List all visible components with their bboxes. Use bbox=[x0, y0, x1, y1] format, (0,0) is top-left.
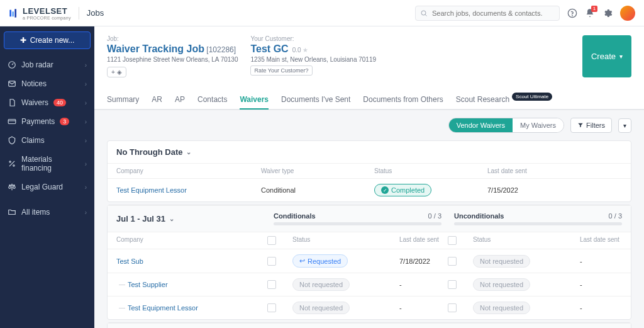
tab-waivers[interactable]: Waivers bbox=[240, 90, 269, 109]
sidebar-item-payments[interactable]: Payments 3 › bbox=[4, 112, 91, 131]
checkbox[interactable] bbox=[267, 236, 276, 245]
payments-badge: 3 bbox=[60, 118, 69, 125]
rate-customer-button[interactable]: Rate Your Customer? bbox=[250, 65, 312, 76]
section-jun: Jun 1 - Jun 30 › Conditionals1 / 3 Uncon… bbox=[107, 322, 631, 328]
shield-icon bbox=[8, 136, 16, 145]
help-icon[interactable] bbox=[567, 8, 577, 18]
status-badge: Not requested bbox=[292, 302, 350, 314]
sidebar-item-notices[interactable]: Notices› bbox=[4, 74, 91, 93]
gear-icon[interactable] bbox=[602, 8, 613, 18]
section-head-jul[interactable]: Jul 1 - Jul 31 ⌄ bbox=[116, 212, 261, 225]
table-head: Company Waiver type Status Last date sen… bbox=[108, 163, 631, 178]
job-title[interactable]: Waiver Tracking Job bbox=[107, 43, 204, 54]
search-icon bbox=[420, 9, 428, 17]
job-label: Job: bbox=[107, 35, 238, 42]
funnel-icon bbox=[577, 122, 584, 128]
avatar[interactable] bbox=[620, 6, 635, 21]
tabs: Summary AR AP Contacts Waivers Documents… bbox=[94, 82, 644, 110]
checkbox[interactable] bbox=[267, 303, 276, 312]
chevron-down-icon: ⌄ bbox=[169, 215, 174, 222]
bell-icon[interactable]: 1 bbox=[585, 8, 595, 18]
sidebar-item-claims[interactable]: Claims› bbox=[4, 131, 91, 150]
brand-sub: a PROCORE company bbox=[23, 16, 71, 20]
chevron-right-icon: › bbox=[85, 184, 87, 191]
company-link[interactable]: Test Equipment Lessor bbox=[116, 186, 261, 194]
status-badge: Completed bbox=[374, 184, 431, 196]
tab-contacts[interactable]: Contacts bbox=[197, 90, 227, 109]
summary-row: Jul 1 - Jul 31 ⌄ Conditionals0 / 3 Uncon… bbox=[108, 205, 631, 232]
tab-ar[interactable]: AR bbox=[152, 90, 162, 109]
filters-caret[interactable]: ▾ bbox=[618, 118, 631, 133]
status-badge: Not requested bbox=[473, 255, 530, 268]
mail-icon bbox=[8, 79, 16, 88]
svg-point-3 bbox=[421, 11, 426, 15]
checkbox[interactable] bbox=[448, 303, 457, 312]
tab-docs-sent[interactable]: Documents I've Sent bbox=[281, 90, 350, 109]
logo[interactable]: LEVELSET a PROCORE company bbox=[9, 6, 71, 20]
progress-bar bbox=[454, 222, 622, 225]
last-date: 7/15/2022 bbox=[487, 186, 622, 194]
status-badge: Not requested bbox=[292, 278, 350, 291]
section-no-through: No Through Date ⌄ Company Waiver type St… bbox=[107, 140, 631, 202]
checkbox[interactable] bbox=[448, 257, 457, 266]
summary-row: Jun 1 - Jun 30 › Conditionals1 / 3 Uncon… bbox=[108, 323, 631, 328]
folder-icon bbox=[8, 208, 16, 217]
search-wrap bbox=[415, 6, 560, 21]
sidebar-item-materials[interactable]: Materials financing› bbox=[4, 150, 91, 178]
chevron-right-icon: › bbox=[85, 62, 87, 69]
sidebar-item-legalguard[interactable]: Legal Guard› bbox=[4, 178, 91, 196]
tab-scout[interactable]: Scout ResearchScout Ultimate bbox=[456, 90, 552, 109]
divider bbox=[79, 7, 79, 20]
section-head-no-through[interactable]: No Through Date ⌄ bbox=[108, 141, 631, 163]
notif-badge: 1 bbox=[591, 6, 597, 12]
tag-button[interactable]: + ◈ bbox=[107, 67, 126, 77]
star-icon: ★ bbox=[303, 47, 308, 54]
table-head: Company Status Last date sent Status Las… bbox=[108, 232, 631, 249]
checkbox[interactable] bbox=[448, 280, 457, 289]
svg-rect-1 bbox=[12, 11, 14, 16]
sidebar-item-job-radar[interactable]: Job radar› bbox=[4, 55, 91, 74]
create-button[interactable]: Create ▾ bbox=[582, 35, 631, 77]
checkbox[interactable] bbox=[267, 280, 276, 289]
svg-rect-2 bbox=[14, 9, 16, 17]
jobs-link[interactable]: Jobs bbox=[87, 8, 104, 18]
create-label: Create new... bbox=[30, 36, 75, 45]
sidebar-item-allitems[interactable]: All items› bbox=[4, 203, 91, 222]
search-input[interactable] bbox=[415, 6, 560, 21]
uncond-summary: Unconditionals0 / 3 bbox=[454, 212, 622, 225]
cond-summary: Conditionals0 / 3 bbox=[274, 212, 441, 225]
checkbox[interactable] bbox=[448, 236, 457, 245]
table-row: Test Equipment Lessor Not requested - No… bbox=[108, 296, 631, 319]
company-link[interactable]: Test Equipment Lessor bbox=[116, 304, 261, 312]
customer-address: 1235 Main st, New Orleans, Louisiana 701… bbox=[250, 56, 376, 63]
svg-line-4 bbox=[425, 14, 426, 16]
svg-point-12 bbox=[9, 161, 11, 162]
filters-button[interactable]: Filters bbox=[570, 118, 612, 133]
chevron-right-icon: › bbox=[85, 137, 87, 144]
svg-point-6 bbox=[572, 15, 573, 16]
table-row: Test Supplier Not requested - Not reques… bbox=[108, 273, 631, 296]
gauge-icon bbox=[8, 60, 16, 69]
create-new-button[interactable]: ✚ Create new... bbox=[4, 31, 91, 49]
sidebar-item-waivers[interactable]: Waivers 40 › bbox=[4, 93, 91, 112]
chevron-right-icon: › bbox=[85, 118, 87, 125]
customer-card: Your Customer: Test GC 0.0 ★ 1235 Main s… bbox=[250, 35, 376, 77]
customer-rating: 0.0 ★ bbox=[291, 47, 308, 54]
card-icon bbox=[8, 117, 16, 126]
tab-summary[interactable]: Summary bbox=[107, 90, 139, 109]
chevron-right-icon: › bbox=[85, 99, 87, 106]
tab-docs-others[interactable]: Documents from Others bbox=[363, 90, 443, 109]
company-link[interactable]: Test Sub bbox=[116, 257, 261, 265]
svg-line-11 bbox=[9, 161, 14, 166]
checkbox[interactable] bbox=[267, 257, 276, 266]
tab-ap[interactable]: AP bbox=[175, 90, 185, 109]
customer-title[interactable]: Test GC bbox=[250, 43, 288, 54]
brand-name: LEVELSET bbox=[23, 6, 71, 16]
percent-icon bbox=[8, 159, 16, 168]
chevron-down-icon: ⌄ bbox=[186, 149, 191, 156]
svg-point-13 bbox=[13, 165, 14, 166]
waiver-type: Conditional bbox=[261, 186, 374, 194]
toggle-vendor-waivers[interactable]: Vendor Waivers bbox=[449, 118, 513, 132]
toggle-my-waivers[interactable]: My Waivers bbox=[513, 118, 564, 132]
company-link[interactable]: Test Supplier bbox=[116, 281, 261, 288]
